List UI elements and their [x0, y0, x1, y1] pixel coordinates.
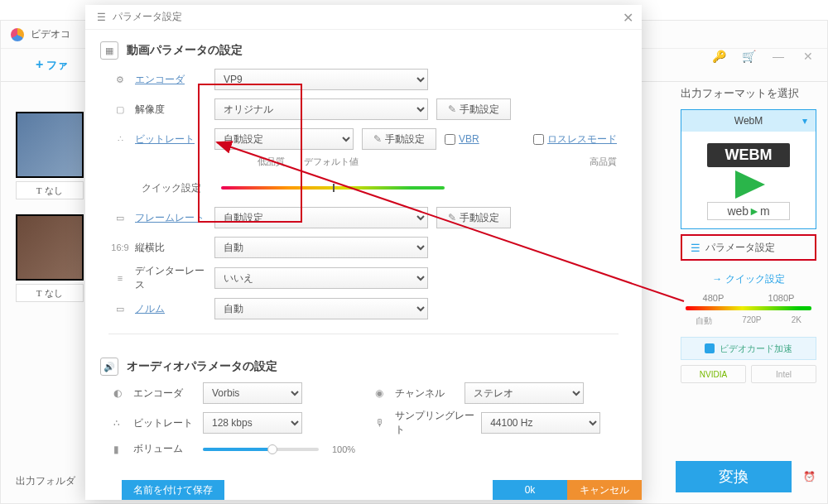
resolution-label: 解像度	[135, 103, 206, 117]
video-thumbnail[interactable]	[16, 214, 84, 281]
low-quality-label: 低品質	[258, 156, 285, 168]
manual-button[interactable]: 手動設定	[436, 98, 511, 120]
lossless-checkbox[interactable]: ロスレスモード	[533, 132, 617, 146]
chevron-down-icon[interactable]: ▾	[802, 115, 807, 127]
bitrate-icon: ∴	[113, 132, 127, 146]
minimize-button[interactable]: —	[764, 44, 792, 69]
format-preview: WEBM web►m	[681, 132, 816, 228]
output-sidebar: 出力フォーマットを選択 WebM ▾ WEBM web►m ☰ パラメータ設定 …	[681, 86, 816, 383]
close-button[interactable]: ✕	[794, 44, 822, 69]
deinterlace-select[interactable]: いいえ	[214, 267, 428, 289]
samplerate-icon: 🎙	[375, 417, 388, 429]
high-quality-label: 高品質	[590, 156, 617, 168]
svg-marker-0	[735, 170, 765, 199]
volume-slider[interactable]	[203, 448, 319, 451]
encoder-label[interactable]: エンコーダ	[135, 73, 206, 87]
subtitle-none-button[interactable]: なし	[16, 284, 84, 302]
a-encoder-label: エンコーダ	[133, 386, 196, 401]
audio-encoder-select[interactable]: Vorbis	[203, 382, 302, 404]
framerate-label[interactable]: フレームレート	[135, 211, 206, 225]
format-card[interactable]: WebM ▾ WEBM web►m	[681, 109, 816, 229]
video-thumbnail[interactable]	[16, 112, 84, 178]
volume-percent: 100%	[332, 444, 355, 454]
default-quality-label: デフォルト値	[298, 156, 364, 168]
save-as-button[interactable]: 名前を付けて保存	[122, 480, 224, 500]
norm-label[interactable]: ノルム	[135, 302, 206, 316]
chip-icon	[705, 343, 715, 353]
resolution-select[interactable]: オリジナル	[214, 98, 428, 120]
norm-select[interactable]: 自動	[214, 298, 428, 319]
channel-select[interactable]: ステレオ	[465, 382, 584, 404]
channel-label: チャンネル	[395, 386, 458, 401]
manual-button[interactable]: 手動設定	[436, 207, 511, 228]
dialog-title: ☰ パラメータ設定	[85, 5, 642, 30]
deinterlace-icon: ≡	[113, 271, 127, 285]
encoder-icon: ◐	[113, 387, 127, 399]
subtitle-none-button[interactable]: なし	[16, 181, 84, 199]
volume-label: ボリューム	[133, 442, 196, 456]
bitrate-icon: ∴	[113, 417, 127, 429]
app-logo-icon	[11, 28, 24, 41]
quality-slider[interactable]	[221, 186, 445, 190]
audio-section-header: 🔊 オーディオパラメータの設定	[85, 346, 642, 382]
intel-badge: Intel	[751, 365, 816, 383]
samplerate-label: サンプリングレート	[395, 409, 474, 437]
preset-2k[interactable]: 2K	[792, 315, 802, 327]
encoder-select[interactable]: VP9	[214, 69, 428, 90]
cancel-button[interactable]: キャンセル	[567, 480, 642, 500]
aspect-label: 縦横比	[135, 241, 206, 255]
format-name: WebM	[734, 115, 763, 127]
preset-1080p[interactable]: 1080P	[768, 293, 795, 303]
deinterlace-label: デインターレース	[135, 264, 206, 292]
preset-auto[interactable]: 自動	[696, 315, 712, 327]
key-icon[interactable]: 🔑	[705, 44, 733, 69]
preset-720p[interactable]: 720P	[742, 315, 761, 327]
convert-button[interactable]: 変換	[676, 461, 792, 492]
output-folder-label: 出力フォルダ	[16, 474, 75, 488]
schedule-icon[interactable]: ⏰	[797, 461, 821, 492]
film-icon: ▦	[100, 41, 118, 60]
volume-icon: ▮	[113, 444, 127, 455]
parameter-settings-button[interactable]: ☰ パラメータ設定	[681, 234, 816, 261]
add-file-button[interactable]: +ファ	[36, 57, 68, 73]
dialog-close-button[interactable]: ✕	[623, 10, 633, 26]
parameter-settings-dialog: ☰ パラメータ設定 ✕ ▦ 動画パラメータの設定 ⚙ エンコーダ VP9 ▢ 解…	[85, 5, 642, 500]
quality-slider-bar[interactable]	[686, 306, 811, 310]
audio-bitrate-select[interactable]: 128 kbps	[203, 412, 302, 434]
framerate-select[interactable]: 自動設定	[214, 207, 428, 228]
quick-settings-title: クイック設定	[681, 272, 816, 286]
sidebar-title: 出力フォーマットを選択	[681, 86, 816, 101]
ok-button[interactable]: 0k	[493, 480, 567, 500]
channel-icon: ◉	[375, 387, 388, 399]
cart-icon[interactable]: 🛒	[734, 44, 763, 69]
framerate-icon: ▭	[113, 211, 127, 224]
bitrate-select[interactable]: 自動設定	[214, 128, 354, 150]
video-section-header: ▦ 動画パラメータの設定	[85, 30, 642, 66]
play-icon	[732, 170, 765, 199]
gpu-accel-toggle[interactable]: ビデオカード加速	[681, 337, 816, 360]
manual-button[interactable]: 手動設定	[362, 128, 436, 150]
sliders-icon: ☰	[691, 242, 700, 254]
resolution-icon: ▢	[113, 103, 127, 116]
bitrate-label[interactable]: ビットレート	[135, 132, 206, 146]
aspect-icon: 16:9	[113, 241, 127, 254]
aspect-select[interactable]: 自動	[214, 237, 428, 258]
vbr-checkbox[interactable]: VBR	[445, 133, 479, 145]
preset-480p[interactable]: 480P	[703, 293, 724, 303]
nvidia-badge: NVIDIA	[681, 365, 746, 383]
sliders-icon: ☰	[97, 12, 106, 23]
gear-icon: ⚙	[113, 73, 127, 86]
app-title: ビデオコ	[31, 27, 70, 41]
norm-icon: ▭	[113, 302, 127, 315]
samplerate-select[interactable]: 44100 Hz	[481, 412, 600, 434]
speaker-icon: 🔊	[100, 358, 118, 376]
a-bitrate-label: ビットレート	[133, 416, 196, 430]
quickset-label: クイック設定	[142, 181, 213, 195]
